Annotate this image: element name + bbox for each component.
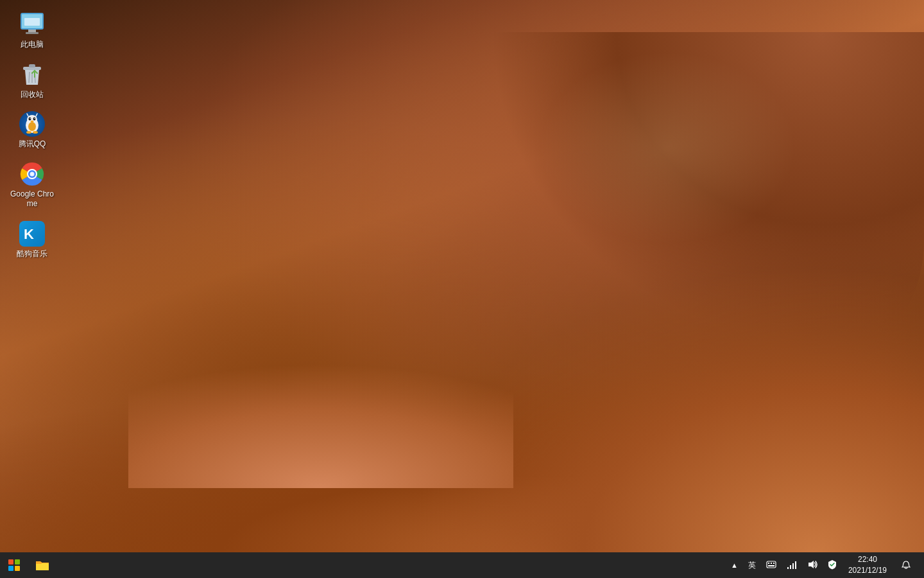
svg-rect-30 xyxy=(767,561,776,568)
svg-point-21 xyxy=(26,131,31,134)
start-button[interactable] xyxy=(0,552,28,578)
folder-icon xyxy=(35,559,49,572)
svg-rect-3 xyxy=(26,32,38,34)
svg-rect-38 xyxy=(795,561,796,569)
clock-date: 2021/12/19 xyxy=(848,565,887,576)
svg-rect-6 xyxy=(29,64,35,67)
kuwo-icon: K xyxy=(19,221,45,247)
language-indicator[interactable]: 英 xyxy=(746,559,758,572)
security-icon[interactable] xyxy=(825,558,839,573)
wallpaper-dune xyxy=(128,295,513,488)
taskbar-tray: ▲ 英 xyxy=(728,552,924,578)
clock-time: 22:40 xyxy=(858,554,877,565)
svg-rect-36 xyxy=(790,565,791,569)
desktop-icon-label: 酷狗音乐 xyxy=(17,249,47,259)
shield-icon xyxy=(828,559,837,570)
svg-rect-32 xyxy=(771,563,772,564)
desktop-icon-label: 回收站 xyxy=(21,90,44,100)
volume-icon[interactable] xyxy=(805,558,820,573)
monitor-icon xyxy=(19,12,45,37)
svg-rect-31 xyxy=(768,563,769,564)
svg-point-15 xyxy=(30,118,30,119)
wallpaper-highlight xyxy=(539,51,796,244)
desktop-icon-chrome[interactable]: Google Chrome xyxy=(6,156,58,215)
qq-icon xyxy=(19,111,45,137)
network-signal-icon xyxy=(787,559,797,570)
svg-point-16 xyxy=(34,118,35,119)
desktop-icon-qq[interactable]: 腾讯QQ xyxy=(6,106,58,155)
svg-point-25 xyxy=(30,171,35,176)
svg-point-14 xyxy=(33,118,36,121)
ime-icon[interactable] xyxy=(764,558,779,573)
system-clock[interactable]: 22:40 2021/12/19 xyxy=(844,553,891,577)
svg-text:K: K xyxy=(24,226,34,242)
desktop-icon-kuwo[interactable]: K 酷狗音乐 xyxy=(6,216,58,265)
svg-point-20 xyxy=(28,122,36,131)
keyboard-icon xyxy=(766,559,776,570)
taskbar: ▲ 英 xyxy=(0,552,924,578)
network-icon[interactable] xyxy=(784,558,800,573)
svg-rect-4 xyxy=(24,18,40,26)
svg-rect-2 xyxy=(28,30,36,32)
svg-rect-29 xyxy=(36,562,42,564)
svg-rect-33 xyxy=(773,563,774,564)
svg-marker-39 xyxy=(809,561,814,568)
chrome-icon xyxy=(19,161,45,187)
desktop-icon-label: Google Chrome xyxy=(9,189,55,209)
svg-point-22 xyxy=(33,131,38,134)
svg-point-13 xyxy=(29,118,31,121)
recycle-bin-icon xyxy=(19,62,45,87)
taskbar-file-explorer-button[interactable] xyxy=(28,552,56,578)
desktop-icon-label: 此电脑 xyxy=(21,40,44,50)
desktop-icons-container: 此电脑 回收站 xyxy=(0,0,64,272)
svg-rect-28 xyxy=(36,563,49,570)
desktop-icon-recycle-bin[interactable]: 回收站 xyxy=(6,57,58,105)
desktop-icon-my-computer[interactable]: 此电脑 xyxy=(6,6,58,55)
show-hidden-icons-button[interactable]: ▲ xyxy=(728,559,740,572)
notification-icon xyxy=(902,561,911,570)
notification-button[interactable] xyxy=(896,552,916,578)
windows-logo-icon xyxy=(8,559,20,571)
desktop-icon-label: 腾讯QQ xyxy=(19,139,46,150)
svg-rect-37 xyxy=(792,563,794,569)
svg-line-7 xyxy=(29,72,30,83)
svg-rect-34 xyxy=(768,565,774,566)
speaker-icon xyxy=(807,559,817,570)
svg-rect-35 xyxy=(787,567,789,569)
desktop: 此电脑 回收站 xyxy=(0,0,924,552)
taskbar-left xyxy=(0,552,728,578)
